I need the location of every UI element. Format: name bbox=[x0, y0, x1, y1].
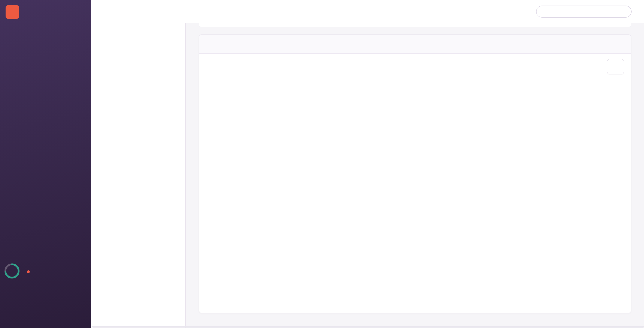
quickstart-panel[interactable] bbox=[4, 263, 30, 279]
settings-nav bbox=[91, 23, 186, 328]
app-root bbox=[0, 0, 644, 328]
panel-title bbox=[199, 35, 631, 53]
panel-footer bbox=[199, 53, 631, 80]
org-avatar bbox=[6, 5, 19, 19]
previous-panel-edge bbox=[199, 23, 631, 27]
chevron-down-icon bbox=[26, 9, 32, 14]
search-input[interactable] bbox=[549, 8, 627, 15]
notification-dot bbox=[27, 270, 30, 273]
topbar bbox=[91, 0, 644, 23]
threshold-settings-panel bbox=[199, 35, 631, 313]
quickstart-progress-ring bbox=[4, 263, 20, 279]
org-switcher[interactable] bbox=[6, 5, 88, 19]
search-box[interactable] bbox=[536, 6, 632, 18]
content-area bbox=[186, 23, 644, 328]
reset-all-thresholds-button[interactable] bbox=[607, 59, 624, 74]
sidebar bbox=[0, 0, 91, 328]
horizontal-scrollbar[interactable] bbox=[92, 326, 644, 327]
search-icon bbox=[540, 8, 547, 15]
